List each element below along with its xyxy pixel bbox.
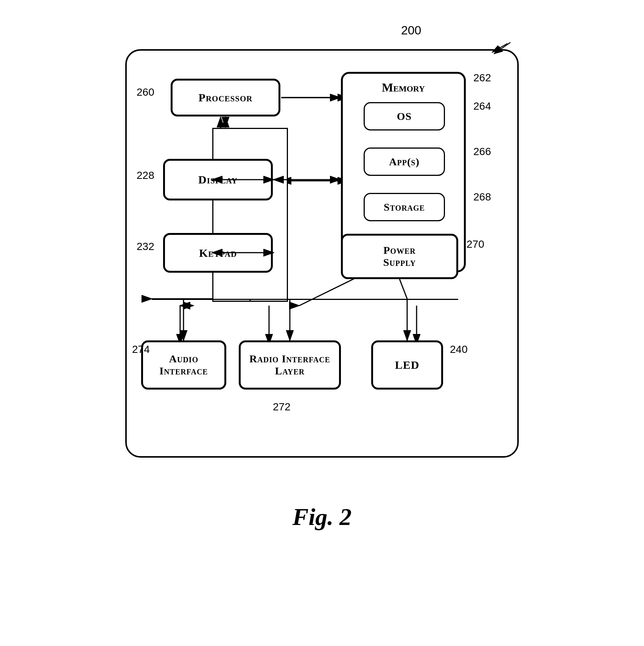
page: 200 — [0, 0, 644, 646]
memory-label: Memory — [343, 81, 464, 95]
storage-box: Storage — [364, 193, 445, 221]
keypad-label: Keypad — [199, 247, 237, 259]
radio-interface-box: Radio Interface Layer — [239, 340, 341, 390]
power-supply-box: Power Supply — [341, 234, 458, 279]
ref-262: 262 — [473, 72, 491, 84]
ref-272: 272 — [273, 401, 291, 413]
led-box: LED — [371, 340, 443, 390]
ref-240: 240 — [450, 343, 468, 356]
os-label: OS — [397, 110, 412, 123]
ref-232: 232 — [137, 241, 154, 253]
figure-label: Fig. 2 — [292, 503, 352, 531]
power-supply-label: Power Supply — [383, 244, 416, 269]
horizontal-bus — [152, 299, 458, 300]
ref-260: 260 — [137, 86, 154, 98]
ref-274: 274 — [132, 343, 150, 356]
ref-270: 270 — [467, 238, 484, 250]
display-label: Display — [198, 173, 238, 186]
radio-interface-label: Radio Interface Layer — [249, 353, 330, 377]
audio-interface-box: Audio Interface — [141, 340, 226, 390]
ref-266: 266 — [473, 146, 491, 158]
led-label: LED — [395, 359, 420, 371]
audio-interface-label: Audio Interface — [159, 353, 208, 377]
processor-box: Processor — [171, 79, 280, 116]
diagram-area: Processor 260 Display 228 Keypad 232 Mem… — [114, 23, 530, 495]
storage-label: Storage — [384, 201, 425, 213]
bus-connector — [212, 128, 288, 302]
ref-268: 268 — [473, 191, 491, 203]
ref-228: 228 — [137, 169, 154, 182]
ref-264: 264 — [473, 100, 491, 112]
keypad-box: Keypad — [163, 233, 273, 273]
apps-label: App(s) — [389, 156, 419, 168]
apps-box: App(s) — [364, 148, 445, 176]
processor-label: Processor — [199, 91, 253, 104]
display-box: Display — [163, 159, 273, 200]
os-box: OS — [364, 102, 445, 130]
